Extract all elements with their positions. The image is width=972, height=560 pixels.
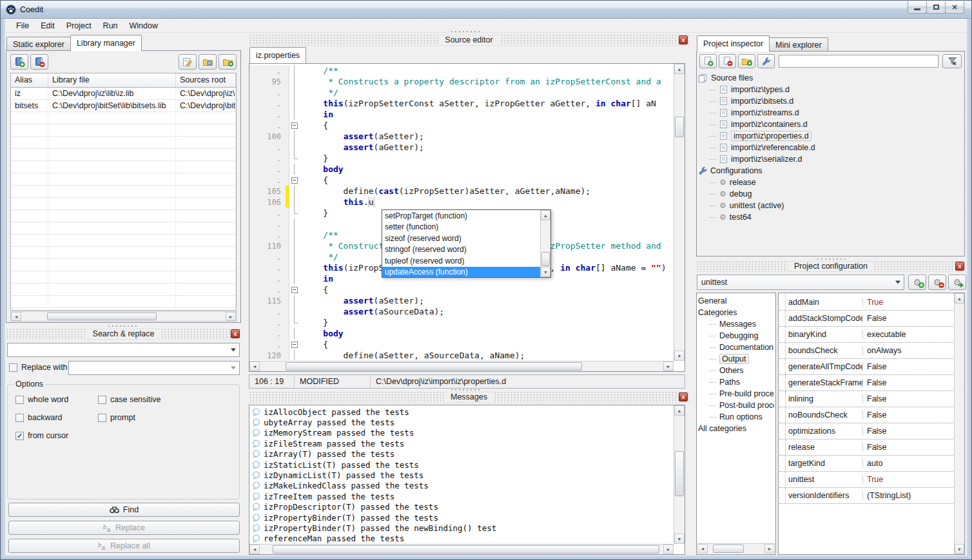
table-row-empty[interactable] (11, 112, 236, 124)
code-line[interactable]: . { (249, 339, 674, 350)
replace-with-checkbox-box[interactable] (9, 363, 17, 372)
code-line[interactable]: . { (249, 284, 674, 295)
message-item[interactable]: izPropertyBinder(T) passed the tests (250, 512, 674, 523)
editor-dock-close-icon[interactable]: x (679, 35, 688, 44)
code-line[interactable]: . } (249, 317, 674, 328)
category-general[interactable]: General (698, 295, 774, 307)
option-backward[interactable]: backward (15, 413, 98, 422)
messages-list[interactable]: izAllocObject passed the testsubyteArray… (250, 407, 674, 543)
maximize-button[interactable] (926, 1, 946, 14)
tab-mini-explorer[interactable]: Mini explorer (769, 37, 828, 52)
property-value[interactable]: False (863, 314, 953, 323)
code-line[interactable]: 106 this.u (249, 197, 674, 208)
grid-vscrollbar[interactable]: ▲▼ (954, 293, 964, 554)
completion-item[interactable]: sizeof (reserved word) (382, 233, 540, 244)
property-row[interactable]: releaseFalse (779, 439, 953, 456)
message-item[interactable]: ubyteArray passed the tests (250, 417, 674, 427)
code-line[interactable]: . } (249, 153, 674, 164)
title-bar[interactable]: Coedit ✕ (1, 1, 972, 19)
table-row-empty[interactable] (11, 198, 236, 210)
tree-item[interactable]: import\iz\referencable.d (698, 142, 963, 153)
code-line[interactable]: . */ (249, 87, 674, 98)
editor-hscrollbar[interactable]: ◄► (249, 361, 674, 371)
checkbox-prompt[interactable] (98, 414, 106, 422)
tree-item[interactable]: import\iz\serializer.d (698, 153, 963, 165)
category-item[interactable]: Paths (698, 376, 774, 388)
property-value[interactable]: False (863, 378, 953, 387)
category-categories[interactable]: Categories (698, 307, 774, 318)
message-item[interactable]: izMemoryStream passed the tests (250, 428, 674, 438)
menu-file[interactable]: File (10, 20, 35, 32)
close-button[interactable]: ✕ (945, 1, 964, 14)
edit-library-button[interactable] (179, 54, 197, 70)
message-item[interactable]: izMakeLinkedClass passed the tests (250, 481, 674, 491)
messages-dock-close-icon[interactable]: x (679, 392, 688, 401)
category-item[interactable]: Messages (698, 318, 774, 330)
clone-configuration-button[interactable]: ⚙ (948, 275, 966, 290)
code-line[interactable]: 105 define(cast(izPropSetter)aSetter, aG… (249, 186, 674, 197)
add-configuration-button[interactable]: ⚙ (908, 275, 926, 290)
message-item[interactable]: izFileStream passed the tests (250, 438, 674, 449)
replace-button[interactable]: ba Replace (8, 521, 240, 535)
property-value[interactable]: False (863, 394, 953, 403)
add-source-button[interactable] (699, 54, 717, 68)
table-row-empty[interactable] (11, 247, 236, 259)
replace-with-checkbox[interactable]: Replace with (9, 363, 68, 372)
fold-collapse-icon[interactable] (289, 120, 299, 131)
message-item[interactable]: izTreeItem passed the tests (250, 491, 674, 501)
tree-item[interactable]: import\iz\properties.d (698, 130, 963, 142)
property-value[interactable]: auto (863, 459, 953, 468)
editor-vscrollbar[interactable]: ▲▼ (674, 64, 685, 361)
property-row[interactable]: addStackStompCodeFalse (779, 311, 953, 327)
property-row[interactable]: binaryKindexecutable (779, 327, 953, 343)
property-value[interactable]: False (863, 443, 953, 452)
category-item[interactable]: Run options (698, 411, 774, 423)
category-item[interactable]: Others (698, 365, 774, 376)
table-row-empty[interactable] (11, 271, 236, 284)
tree-item[interactable]: ⚙test64 (698, 211, 963, 223)
tree-item[interactable]: ⚙debug (698, 188, 963, 200)
category-all-categories[interactable]: All categories (698, 423, 774, 434)
messages-hscrollbar[interactable]: ◄► (249, 544, 674, 554)
property-value[interactable]: False (863, 362, 953, 371)
option-case-sensitive[interactable]: case sensitive (98, 395, 239, 404)
add-folder-button[interactable] (738, 54, 755, 68)
remove-library-button[interactable] (30, 54, 48, 70)
category-item[interactable]: Debugging (698, 330, 774, 342)
message-item[interactable]: izStaticList(T) passed the tests (250, 459, 674, 470)
table-row[interactable]: bitsetsC:\Dev\dproj\bitSet\lib\bitsets.l… (11, 100, 236, 112)
property-row[interactable]: generateStackFrameFalse (779, 375, 953, 391)
code-line[interactable]: 100 assert(aSetter); (249, 131, 674, 142)
fold-collapse-icon[interactable] (289, 339, 299, 350)
table-row-empty[interactable] (11, 222, 236, 235)
table-row-empty[interactable] (11, 284, 236, 296)
search-dock-close-icon[interactable]: x (231, 329, 240, 338)
code-line[interactable]: 95 * Constructs a property descriptor fr… (249, 76, 674, 87)
tab-library-manager[interactable]: Library manager (70, 35, 142, 51)
message-item[interactable]: izAllocObject passed the tests (250, 407, 674, 417)
property-row[interactable]: inliningFalse (779, 391, 953, 407)
remove-configuration-button[interactable]: ⚙ (928, 275, 946, 290)
message-item[interactable]: izArray(T) passed the tests (250, 449, 674, 459)
code-line[interactable]: . body (249, 164, 674, 175)
checkbox-case-sensitive[interactable] (98, 396, 106, 404)
category-item[interactable]: Output (698, 353, 774, 365)
menu-project[interactable]: Project (61, 20, 97, 32)
code-line[interactable]: 120 define(aSetter, aSourceData, aName); (249, 350, 674, 360)
table-row-empty[interactable] (11, 186, 236, 198)
category-item[interactable]: Pre-build process (698, 388, 774, 400)
config-dock-close-icon[interactable]: x (955, 262, 964, 271)
config-dock-header[interactable]: Project configuration x (696, 260, 966, 272)
completion-item[interactable]: tupleof (reserved word) (382, 255, 540, 267)
menu-window[interactable]: Window (124, 20, 164, 32)
property-value[interactable]: True (863, 298, 953, 307)
search-splitter-grip[interactable] (107, 325, 137, 327)
property-value[interactable]: onAlways (863, 346, 953, 355)
category-item[interactable]: Documentation (698, 342, 774, 353)
table-row-empty[interactable] (11, 259, 236, 271)
code-line[interactable]: . { (249, 120, 674, 131)
completion-item[interactable]: updateAccess (function) (382, 267, 540, 278)
search-term-combobox[interactable] (7, 343, 240, 357)
category-item[interactable]: Post-build process (698, 400, 774, 411)
tree-item[interactable]: ⚙release (698, 177, 963, 188)
